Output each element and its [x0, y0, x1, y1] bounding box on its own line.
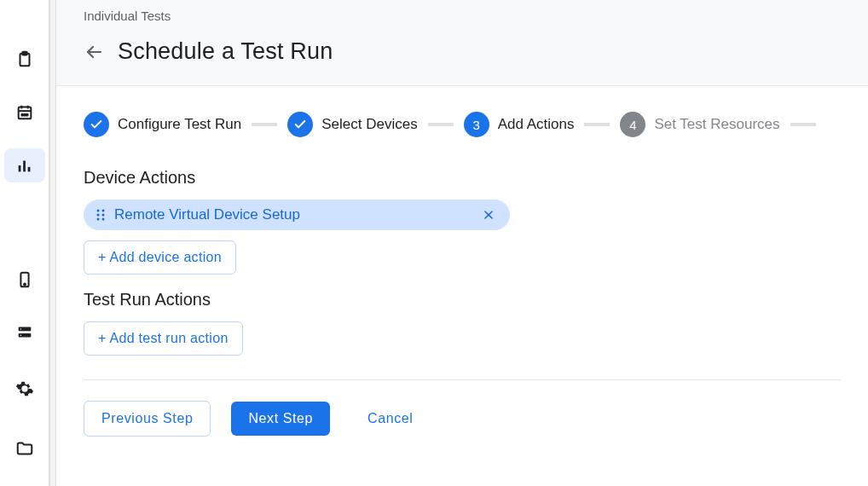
phone-icon: [15, 270, 34, 289]
vertical-divider: [49, 0, 56, 486]
svg-point-25: [102, 218, 105, 221]
back-arrow-icon[interactable]: [84, 42, 104, 62]
step-label: Configure Test Run: [118, 116, 241, 133]
svg-point-6: [21, 114, 23, 116]
page-title: Schedule a Test Run: [118, 38, 333, 65]
add-test-run-action-button[interactable]: + Add test run action: [84, 321, 243, 356]
svg-point-21: [102, 210, 105, 212]
svg-point-16: [20, 328, 20, 329]
svg-point-20: [97, 210, 100, 212]
svg-point-22: [97, 214, 100, 217]
stepper: Configure Test Run Select Devices 3 Add …: [56, 86, 868, 137]
sidebar: [0, 0, 49, 486]
svg-rect-1: [22, 52, 27, 55]
sidebar-item-calendar[interactable]: [4, 95, 45, 130]
drag-handle-icon[interactable]: [95, 209, 106, 221]
svg-point-7: [24, 114, 26, 116]
sidebar-item-clipboard[interactable]: [4, 43, 45, 77]
bar-chart-icon: [15, 156, 34, 175]
test-run-actions-title: Test Run Actions: [84, 290, 841, 310]
chip-label: Remote Virtual Device Setup: [114, 206, 479, 223]
svg-point-23: [102, 214, 105, 217]
step-number: 4: [620, 112, 645, 137]
step-label: Set Test Resources: [654, 116, 779, 133]
step-label: Add Actions: [498, 116, 575, 133]
step-connector: [428, 123, 454, 126]
breadcrumb: Individual Tests: [84, 9, 841, 23]
close-icon[interactable]: [479, 209, 498, 221]
step-number: 3: [464, 112, 489, 137]
step-devices[interactable]: Select Devices: [287, 112, 417, 137]
sidebar-item-device[interactable]: [4, 263, 45, 297]
gear-icon: [15, 379, 34, 398]
sidebar-item-analytics[interactable]: [4, 148, 45, 182]
svg-point-13: [24, 284, 26, 286]
footer-buttons: Previous Step Next Step Cancel: [84, 401, 841, 437]
previous-step-button[interactable]: Previous Step: [84, 401, 211, 437]
step-actions[interactable]: 3 Add Actions: [464, 112, 575, 137]
folder-icon: [15, 439, 34, 458]
add-device-action-button[interactable]: + Add device action: [84, 240, 236, 275]
content: Individual Tests Schedule a Test Run Con…: [56, 0, 868, 486]
step-label: Select Devices: [321, 116, 417, 133]
main: Device Actions Remote Virtual Device Set…: [56, 137, 868, 452]
svg-rect-2: [18, 107, 31, 119]
sidebar-item-settings[interactable]: [4, 368, 45, 409]
step-connector: [790, 123, 816, 126]
device-actions-title: Device Actions: [84, 168, 841, 188]
next-step-button[interactable]: Next Step: [231, 402, 330, 436]
svg-rect-9: [18, 165, 20, 171]
sidebar-item-server[interactable]: [4, 315, 45, 350]
cancel-button[interactable]: Cancel: [350, 402, 430, 436]
sidebar-item-folder[interactable]: [4, 428, 45, 469]
step-check-icon: [287, 112, 313, 137]
step-connector: [584, 123, 610, 126]
step-resources[interactable]: 4 Set Test Resources: [620, 112, 779, 137]
device-action-chip[interactable]: Remote Virtual Device Setup: [84, 200, 510, 230]
step-check-icon: [84, 112, 109, 137]
calendar-icon: [15, 103, 34, 122]
svg-point-8: [26, 114, 27, 116]
svg-rect-11: [27, 167, 30, 172]
server-icon: [15, 323, 34, 342]
step-configure[interactable]: Configure Test Run: [84, 112, 241, 137]
svg-point-18: [22, 386, 27, 391]
svg-point-24: [97, 218, 100, 221]
step-connector: [252, 123, 277, 126]
header: Individual Tests Schedule a Test Run: [56, 0, 868, 86]
svg-point-17: [20, 334, 20, 335]
clipboard-icon: [15, 50, 34, 69]
svg-rect-10: [23, 161, 26, 172]
divider: [84, 379, 841, 380]
